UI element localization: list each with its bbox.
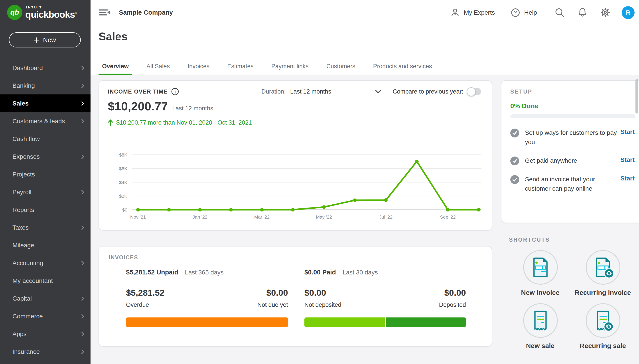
tab-estimates[interactable]: Estimates [224, 63, 257, 75]
my-experts-button[interactable]: My Experts [450, 8, 495, 17]
income-over-time-card: INCOME OVER TIME Duration: Last 12 month… [99, 80, 492, 230]
tab-products-and-services[interactable]: Products and services [370, 63, 436, 75]
search-icon[interactable] [555, 8, 564, 17]
chevron-right-icon [81, 314, 84, 318]
info-icon[interactable] [171, 88, 179, 95]
chevron-down-icon [375, 90, 381, 94]
person-icon [450, 8, 460, 17]
sidebar: qb INTUIT quickbooks® New Dashboard Bank… [0, 0, 91, 364]
check-circle-icon [510, 156, 519, 165]
sale-receipt-icon [593, 310, 613, 332]
help-button[interactable]: ? Help [511, 8, 537, 17]
tab-payment-links[interactable]: Payment links [268, 63, 312, 75]
start-link[interactable]: Start [620, 175, 634, 182]
check-circle-icon [510, 175, 519, 184]
notifications-bell-icon[interactable] [578, 8, 587, 17]
svg-text:$8K: $8K [119, 152, 127, 158]
setup-progress-label: 0% Done [510, 102, 634, 110]
sidebar-item-dashboard[interactable]: Dashboard [0, 59, 91, 77]
not-due-label: Not due yet [257, 302, 288, 308]
setup-item: Set up ways for customers to pay you Sta… [510, 128, 634, 147]
chevron-right-icon [81, 66, 84, 70]
vertical-scrollbar[interactable] [635, 79, 638, 114]
chevron-right-icon [81, 260, 84, 265]
unpaid-invoices-block[interactable]: $5,281.52 Unpaid Last 365 days $5,281.52… [126, 269, 288, 327]
settings-gear-icon[interactable] [600, 8, 610, 17]
sidebar-item-mileage[interactable]: Mileage [0, 236, 91, 254]
shortcut-new-sale[interactable]: New sale [509, 303, 571, 349]
svg-text:$4K: $4K [119, 180, 127, 185]
shortcut-recurring-sale[interactable]: Recurring sale [571, 303, 634, 349]
shortcuts-panel: SHORTCUTS New invoice [509, 237, 639, 349]
compare-toggle[interactable] [468, 88, 481, 95]
not-deposited-amount: $0.00 [304, 288, 326, 298]
sales-tabs: OverviewAll SalesInvoicesEstimatesPaymen… [99, 63, 436, 75]
sidebar-item-my-accountant[interactable]: My accountant [0, 272, 91, 290]
tab-invoices[interactable]: Invoices [184, 63, 213, 75]
chevron-right-icon [81, 349, 84, 354]
svg-text:May '22: May '22 [316, 214, 332, 220]
quickbooks-logo: qb INTUIT quickbooks® [0, 0, 91, 20]
svg-text:$6K: $6K [119, 166, 127, 171]
overdue-label: Overdue [126, 302, 149, 308]
tab-customers[interactable]: Customers [323, 63, 359, 75]
income-total-caption: Last 12 months [172, 105, 213, 112]
paid-headline: $0.00 Paid [304, 269, 336, 276]
collapse-menu-icon[interactable] [99, 8, 110, 17]
setup-card: SETUP 0% Done Set up ways for customers … [501, 80, 639, 223]
sidebar-item-capital[interactable]: Capital [0, 290, 91, 307]
deposited-label: Deposited [439, 302, 466, 308]
sidebar-item-commerce[interactable]: Commerce [0, 307, 91, 325]
sidebar-item-apps[interactable]: Apps [0, 325, 91, 343]
not-deposited-bar[interactable] [304, 318, 385, 327]
sidebar-item-payroll[interactable]: Payroll [0, 183, 91, 201]
arrow-up-icon [108, 119, 113, 126]
main-content: INCOME OVER TIME Duration: Last 12 month… [91, 75, 639, 364]
start-link[interactable]: Start [620, 156, 634, 163]
income-total: $10,200.77 [108, 100, 168, 114]
setup-title: SETUP [510, 89, 634, 95]
plus-icon [34, 37, 40, 43]
sidebar-item-customers-leads[interactable]: Customers & leads [0, 112, 91, 130]
sidebar-item-sales[interactable]: Sales [0, 94, 91, 112]
sidebar-item-cash-flow[interactable]: Cash flow [0, 130, 91, 148]
overdue-amount: $5,281.52 [126, 288, 165, 298]
user-avatar[interactable]: R [622, 6, 634, 19]
income-comparison: $10,200.77 more than Nov 01, 2020 - Oct … [99, 114, 492, 126]
income-card-title: INCOME OVER TIME [108, 88, 168, 95]
sidebar-item-reports[interactable]: Reports [0, 201, 91, 218]
sidebar-item-projects[interactable]: Projects [0, 165, 91, 183]
quickbooks-logo-icon: qb [7, 5, 22, 20]
shortcut-recurring-invoice[interactable]: Recurring invoice [571, 250, 634, 296]
quickbooks-app: qb INTUIT quickbooks® New Dashboard Bank… [0, 0, 639, 364]
chevron-right-icon [81, 154, 84, 159]
page-header: Sales OverviewAll SalesInvoicesEstimates… [91, 25, 639, 75]
page-title: Sales [99, 30, 128, 43]
compare-label: Compare to previous year: [393, 88, 463, 95]
top-bar: Sample Company My Experts ? Help [91, 0, 639, 25]
sidebar-item-expenses[interactable]: Expenses [0, 148, 91, 165]
sidebar-item-accounting[interactable]: Accounting [0, 254, 91, 272]
new-button[interactable]: New [9, 32, 81, 48]
invoice-icon [593, 256, 613, 278]
unpaid-bar[interactable] [126, 318, 288, 327]
chevron-right-icon [81, 190, 84, 194]
sidebar-item-banking[interactable]: Banking [0, 77, 91, 94]
company-name[interactable]: Sample Company [119, 9, 173, 16]
deposited-bar[interactable] [386, 318, 466, 327]
unpaid-headline: $5,281.52 Unpaid [126, 269, 178, 276]
chevron-right-icon [81, 83, 84, 88]
setup-progress-bar [510, 114, 635, 118]
sidebar-item-insurance[interactable]: Insurance [0, 343, 91, 360]
intuit-wordmark: INTUIT [26, 6, 77, 9]
svg-text:Sep '22: Sep '22 [440, 214, 456, 220]
start-link[interactable]: Start [620, 128, 634, 135]
not-deposited-label: Not deposited [304, 302, 342, 308]
tab-overview[interactable]: Overview [99, 63, 132, 75]
duration-dropdown[interactable]: Last 12 months [290, 88, 381, 95]
paid-invoices-block[interactable]: $0.00 Paid Last 30 days $0.00 $0.00 Not … [304, 269, 466, 327]
sidebar-item-taxes[interactable]: Taxes [0, 218, 91, 236]
shortcut-new-invoice[interactable]: New invoice [509, 250, 571, 296]
tab-all-sales[interactable]: All Sales [143, 63, 173, 75]
svg-text:?: ? [514, 10, 517, 15]
